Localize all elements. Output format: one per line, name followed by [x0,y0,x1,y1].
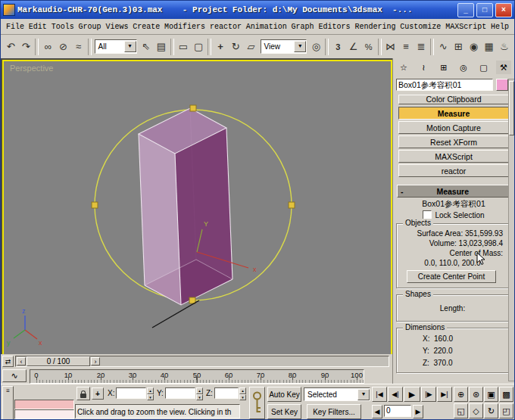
measure-button[interactable]: Measure [398,107,509,120]
chevron-down-icon[interactable]: ▾ [357,389,370,400]
panel-scrollbar-thumb[interactable] [509,81,514,135]
menu-graph-editors[interactable]: Graph Editors [291,22,351,32]
set-keys-big-button[interactable] [249,387,265,419]
menu-reactor[interactable]: reactor [209,22,242,32]
next-key-button[interactable]: ▶ [413,405,423,418]
select-by-name-icon[interactable]: ▤ [154,39,169,55]
select-and-rotate-icon[interactable]: ↻ [228,39,243,55]
menu-customize[interactable]: Customize [399,22,442,32]
mini-listener-toggle[interactable]: ≡ [2,386,14,420]
next-frame-mini-button[interactable]: › [91,357,100,366]
set-key-button[interactable]: Set Key [267,404,301,419]
pan-icon[interactable]: ◇ [469,403,483,418]
track-bar-ruler[interactable]: 0 10 20 30 40 50 60 70 80 90 100 [30,369,364,384]
gizmo-handle-left[interactable] [92,202,98,208]
maximize-viewport-toggle-icon[interactable]: ◰ [499,403,513,418]
coord-x-input[interactable] [116,387,146,399]
menu-rendering[interactable]: Rendering [354,22,396,32]
rect-selection-region-icon[interactable]: ▭ [176,39,191,55]
zoom-all-icon[interactable]: ⊛ [469,387,483,402]
maximize-button[interactable]: □ [476,3,493,17]
object-color-swatch[interactable] [496,79,508,91]
menu-edit[interactable]: Edit [28,22,48,32]
close-button[interactable]: × [495,3,512,17]
time-slider-thumb[interactable]: 0 / 100 [27,356,90,366]
perspective-viewport[interactable]: x Y z x y Perspective [2,60,392,356]
minimize-button[interactable]: _ [457,3,474,17]
panel-scrollbar[interactable] [508,79,515,381]
previous-frame-mini-button[interactable]: ‹ [17,357,26,366]
go-to-start-button[interactable]: |◀ [372,387,387,402]
tab-motion[interactable]: ◎ [456,61,471,74]
app-icon[interactable] [3,4,15,16]
arc-rotate-icon[interactable]: ↻ [484,403,498,418]
color-clipboard-button[interactable]: Color Clipboard [398,95,509,104]
undo-icon[interactable]: ↶ [3,39,18,55]
layer-manager-icon[interactable]: ≣ [414,39,429,55]
coord-y-input[interactable] [165,387,195,399]
time-tag-icon[interactable]: ⇄ [2,356,14,367]
maxscript-button[interactable]: MAXScript [398,150,509,163]
select-object-icon[interactable]: ⇖ [139,39,154,55]
selection-filter-dropdown[interactable]: All ▾ [95,39,137,54]
menu-group[interactable]: Group [78,22,102,32]
coord-z-spinner[interactable]: ▴▾ [239,387,246,400]
snaps-toggle-icon[interactable]: 3 [330,39,345,55]
mini-listener-line[interactable] [14,409,74,419]
tab-hierarchy[interactable]: ⊞ [436,61,451,74]
motion-capture-button[interactable]: Motion Capture [398,121,509,134]
mirror-icon[interactable]: ⋈ [383,39,398,55]
play-button[interactable]: ▶ [404,387,420,402]
select-and-link-icon[interactable]: ∞ [40,39,55,55]
quick-render-icon[interactable]: ♨ [497,39,512,55]
reset-xform-button[interactable]: Reset XForm [398,135,509,148]
go-to-end-button[interactable]: ▶| [437,387,452,402]
auto-key-button[interactable]: Auto Key [267,387,301,402]
align-icon[interactable]: ≡ [398,39,414,55]
coord-z-input[interactable] [214,387,239,399]
coord-x-spinner[interactable]: ▴▾ [147,387,154,400]
menu-help[interactable]: Help [490,22,510,32]
tab-display[interactable]: ▢ [476,61,492,74]
title-bar[interactable]: Markaudio-CHR-70(Gen.3)03.max - Project … [1,1,514,19]
gizmo-handle-top[interactable] [190,105,196,111]
tab-create[interactable]: ☆ [396,61,411,74]
schematic-view-icon[interactable]: ⊞ [451,39,466,55]
menu-modifiers[interactable]: Modifiers [164,22,206,32]
menu-animation[interactable]: Animation [245,22,288,32]
percent-snap-icon[interactable]: % [361,39,376,55]
menu-views[interactable]: Views [105,22,129,32]
object-name-input[interactable]: Box01参考容积01 [396,79,493,91]
select-and-scale-icon[interactable]: ▱ [243,39,258,55]
unlink-selection-icon[interactable]: ⊘ [55,39,70,55]
gizmo-handle-right[interactable] [289,202,295,208]
current-time-input[interactable]: 0 [384,405,411,417]
measure-rollout-header[interactable]: - Measure [397,185,510,198]
menu-create[interactable]: Create [132,22,161,32]
tab-utilities[interactable]: ⚒ [496,61,511,74]
coord-y-spinner[interactable]: ▴▾ [196,387,203,400]
zoom-region-icon[interactable]: ◱ [454,403,468,418]
bind-to-spacewarp-icon[interactable]: ≈ [71,39,86,55]
menu-maxscript[interactable]: MAXScript [445,22,487,32]
menu-tools[interactable]: Tools [51,22,75,32]
zoom-icon[interactable]: ⊕ [454,387,468,402]
tab-modify[interactable]: ≀ [416,61,431,74]
key-filters-button[interactable]: Key Filters... [307,404,361,419]
key-filter-dropdown[interactable]: Selected ▾ [304,387,370,401]
material-editor-icon[interactable]: ◉ [466,39,481,55]
create-center-point-button[interactable]: Create Center Point [407,270,496,283]
chevron-down-icon[interactable]: ▾ [124,41,136,52]
previous-key-button[interactable]: ◀ [372,405,382,418]
select-and-move-icon[interactable]: + [213,39,228,55]
use-center-icon[interactable]: ◎ [308,39,323,55]
time-slider-track[interactable]: ‹ 0 / 100 › [15,356,389,367]
absolute-offset-toggle[interactable]: + [92,387,104,400]
redo-icon[interactable]: ↷ [18,39,33,55]
curve-editor-icon[interactable]: ∿ [435,39,451,55]
reference-coordinate-dropdown[interactable]: View ▾ [261,39,307,54]
render-setup-icon[interactable]: ▦ [482,39,497,55]
next-frame-button[interactable]: |▶ [421,387,436,402]
selection-lock-toggle[interactable] [76,387,90,400]
zoom-extents-icon[interactable]: ▣ [484,387,498,402]
